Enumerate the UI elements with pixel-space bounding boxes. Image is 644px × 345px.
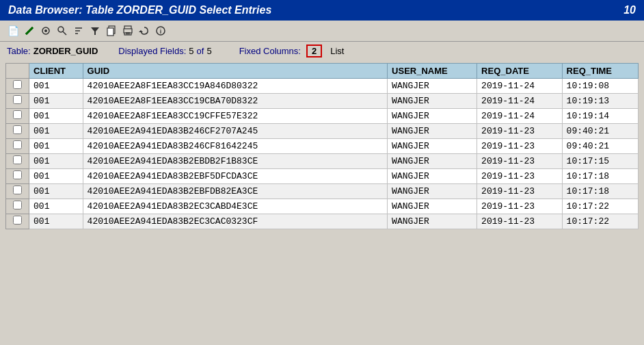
refresh-button[interactable] <box>137 23 152 38</box>
guid-cell: 42010AEE2A941EDA83B2EBFDB82EA3CE <box>83 184 387 199</box>
entry-count: 10 <box>623 4 636 16</box>
req-date-column-header: REQ_DATE <box>477 64 562 79</box>
row-checkbox[interactable] <box>13 80 22 89</box>
row-checkbox-cell <box>6 109 29 124</box>
svg-line-3 <box>63 31 66 35</box>
edit-button[interactable] <box>22 23 37 38</box>
req_time-cell: 09:40:21 <box>562 124 638 139</box>
guid-cell: 42010AEE2A941EDA83B2EBDB2F1B83CE <box>83 154 387 169</box>
row-checkbox[interactable] <box>13 110 22 119</box>
user_name-cell: WANGJER <box>388 94 477 109</box>
guid-cell: 42010AEE2A941EDA83B246CF81642245 <box>83 139 387 154</box>
title-bar: Data Browser: Table ZORDER_GUID Select E… <box>0 0 644 21</box>
req_time-cell: 10:19:13 <box>562 94 638 109</box>
guid-cell: 42010AEE2A941EDA83B2EC3CAC0323CF <box>83 214 387 229</box>
user_name-cell: WANGJER <box>388 139 477 154</box>
client-cell: 001 <box>29 154 83 169</box>
table-row: 00142010AEE2A941EDA83B2EC3CABD4E3CEWANGJ… <box>6 199 639 214</box>
user-name-column-header: USER_NAME <box>388 64 477 79</box>
fixed-columns-value: 2 <box>306 44 322 58</box>
window-title: Data Browser: Table ZORDER_GUID Select E… <box>8 4 271 16</box>
svg-rect-14 <box>126 34 130 34</box>
req_time-cell: 10:17:22 <box>562 199 638 214</box>
row-checkbox-cell <box>6 154 29 169</box>
req_time-cell: 10:19:08 <box>562 79 638 94</box>
user_name-cell: WANGJER <box>388 79 477 94</box>
table-name: ZORDER_GUID <box>33 46 98 56</box>
filter-button[interactable] <box>88 23 103 38</box>
client-cell: 001 <box>29 79 83 94</box>
table-row: 00142010AEE2A941EDA83B2EBDB2F1B83CEWANGJ… <box>6 154 639 169</box>
svg-marker-15 <box>139 30 143 32</box>
row-checkbox[interactable] <box>13 140 22 149</box>
user_name-cell: WANGJER <box>388 199 477 214</box>
svg-text:i: i <box>160 28 162 35</box>
row-checkbox[interactable] <box>13 125 22 134</box>
client-cell: 001 <box>29 139 83 154</box>
row-checkbox[interactable] <box>13 95 22 104</box>
req_time-cell: 10:17:18 <box>562 184 638 199</box>
guid-cell: 42010AEE2A941EDA83B246CF2707A245 <box>83 124 387 139</box>
row-checkbox-cell <box>6 139 29 154</box>
row-checkbox-cell <box>6 169 29 184</box>
req_date-cell: 2019-11-24 <box>477 79 562 94</box>
table-row: 00142010AEE2A941EDA83B2EC3CAC0323CFWANGJ… <box>6 214 639 229</box>
row-checkbox[interactable] <box>13 170 22 179</box>
toolbar: 📄 <box>0 21 644 42</box>
list-label: List <box>330 46 344 56</box>
user_name-cell: WANGJER <box>388 109 477 124</box>
user_name-cell: WANGJER <box>388 154 477 169</box>
user_name-cell: WANGJER <box>388 214 477 229</box>
row-checkbox[interactable] <box>13 186 22 194</box>
user_name-cell: WANGJER <box>388 124 477 139</box>
info-button[interactable]: i <box>153 23 168 38</box>
client-cell: 001 <box>29 109 83 124</box>
sort-button[interactable] <box>71 23 86 38</box>
req_time-cell: 10:17:22 <box>562 214 638 229</box>
req_time-cell: 10:17:15 <box>562 154 638 169</box>
of-text: of <box>197 46 204 56</box>
req_time-cell: 10:19:14 <box>562 109 638 124</box>
data-table-container: CLIENT GUID USER_NAME REQ_DATE REQ_TIME … <box>0 60 644 232</box>
guid-cell: 42010AEE2A8F1EEA83CC19CFFE57E322 <box>83 109 387 124</box>
row-checkbox[interactable] <box>13 201 22 209</box>
table-label: Table: <box>7 46 31 56</box>
print-button[interactable] <box>120 23 135 38</box>
guid-cell: 42010AEE2A8F1EEA83CC19CBA70D8322 <box>83 94 387 109</box>
client-cell: 001 <box>29 169 83 184</box>
row-checkbox[interactable] <box>13 216 22 225</box>
copy-button[interactable] <box>104 23 119 38</box>
data-table: CLIENT GUID USER_NAME REQ_DATE REQ_TIME … <box>5 63 639 229</box>
table-row: 00142010AEE2A941EDA83B2EBFDB82EA3CEWANGJ… <box>6 184 639 199</box>
select-button[interactable] <box>38 23 53 38</box>
table-row: 00142010AEE2A8F1EEA83CC19A846D80322WANGJ… <box>6 79 639 94</box>
find-button[interactable] <box>55 23 70 38</box>
req_time-cell: 10:17:18 <box>562 169 638 184</box>
client-cell: 001 <box>29 124 83 139</box>
row-checkbox-cell <box>6 184 29 199</box>
table-row: 00142010AEE2A8F1EEA83CC19CFFE57E322WANGJ… <box>6 109 639 124</box>
row-checkbox[interactable] <box>13 155 22 164</box>
svg-point-1 <box>44 29 47 32</box>
svg-rect-13 <box>126 32 130 33</box>
svg-marker-7 <box>91 27 99 35</box>
row-checkbox-cell <box>6 199 29 214</box>
new-document-button[interactable]: 📄 <box>5 23 21 38</box>
user_name-cell: WANGJER <box>388 184 477 199</box>
table-row: 00142010AEE2A941EDA83B246CF2707A245WANGJ… <box>6 124 639 139</box>
table-row: 00142010AEE2A8F1EEA83CC19CBA70D8322WANGJ… <box>6 94 639 109</box>
client-cell: 001 <box>29 94 83 109</box>
info-bar: Table: ZORDER_GUID Displayed Fields: 5 o… <box>0 42 644 60</box>
svg-point-2 <box>58 27 64 32</box>
req_date-cell: 2019-11-23 <box>477 139 562 154</box>
total-fields: 5 <box>206 46 211 56</box>
fixed-columns-label: Fixed Columns: <box>239 46 301 56</box>
client-cell: 001 <box>29 184 83 199</box>
row-checkbox-cell <box>6 94 29 109</box>
svg-rect-9 <box>107 28 113 36</box>
req_date-cell: 2019-11-24 <box>477 109 562 124</box>
row-checkbox-cell <box>6 124 29 139</box>
req_date-cell: 2019-11-23 <box>477 124 562 139</box>
req-time-column-header: REQ_TIME <box>562 64 638 79</box>
req_date-cell: 2019-11-24 <box>477 94 562 109</box>
